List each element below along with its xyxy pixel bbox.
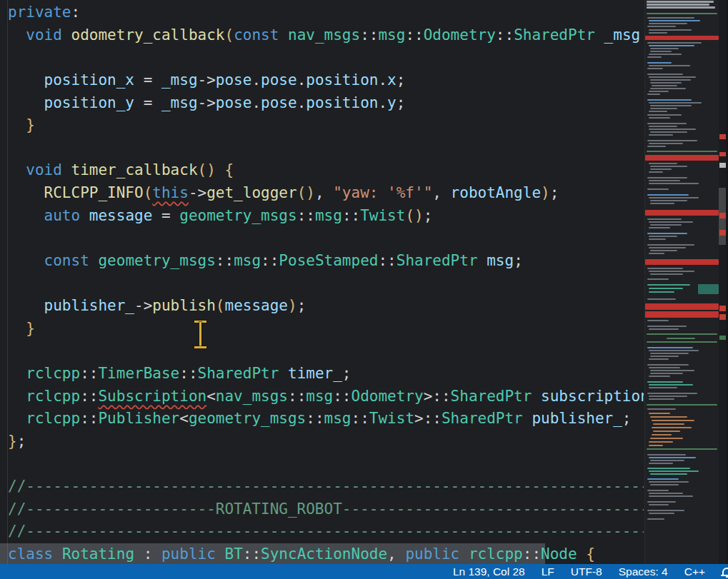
code-token: pose <box>216 71 252 89</box>
code-token: ; <box>342 365 351 382</box>
code-token: :: <box>342 207 360 224</box>
minimap-row <box>647 218 682 220</box>
code-token: _msg <box>161 71 198 89</box>
code-token: nav_msgs <box>216 388 288 405</box>
code-token: ; <box>622 410 632 427</box>
status-item-eol[interactable]: LF <box>542 565 554 578</box>
code-token: RCLCPP_INFO <box>44 184 144 201</box>
code-line[interactable]: auto message = geometry_msgs::msg::Twist… <box>0 205 644 228</box>
code-token: :: <box>360 26 378 44</box>
code-token: = <box>134 71 161 89</box>
minimap-row <box>649 513 674 514</box>
code-line[interactable]: private: <box>0 1 644 24</box>
code-token: :: <box>405 26 423 44</box>
code-line[interactable]: position_x = _msg->pose.pose.position.x; <box>0 69 644 92</box>
notifications-bell-icon[interactable] <box>722 567 728 577</box>
code-line[interactable]: void odometry_callback(const nav_msgs::m… <box>0 24 644 47</box>
minimap-row <box>647 123 687 124</box>
code-token: timer_ <box>288 365 342 382</box>
minimap-row <box>647 298 676 300</box>
code-token <box>8 388 26 405</box>
code-line[interactable]: const geometry_msgs::msg::PoseStamped::S… <box>0 250 644 273</box>
code-line[interactable] <box>0 46 644 69</box>
code-line[interactable]: void timer_callback() { <box>0 159 644 182</box>
minimap-row <box>649 247 686 248</box>
code-line[interactable]: position_y = _msg->pose.pose.position.y; <box>0 92 644 115</box>
code-line[interactable]: rclcpp::Subscription<nav_msgs::msg::Odom… <box>0 386 644 408</box>
code-token: Odometry <box>424 26 496 44</box>
minimap-row <box>649 328 679 330</box>
code-line[interactable]: RCLCPP_INFO(this->get_logger(), "yaw: '%… <box>0 182 644 205</box>
code-line[interactable]: rclcpp::Publisher<geometry_msgs::msg::Tw… <box>0 408 644 431</box>
code-token <box>8 410 26 427</box>
code-token: ( <box>224 26 234 44</box>
status-item-line-col[interactable]: Ln 139, Col 28 <box>453 565 525 578</box>
code-line[interactable] <box>0 137 644 160</box>
code-line[interactable] <box>0 453 644 475</box>
code-token: position_y <box>44 94 134 111</box>
code-token <box>577 545 587 563</box>
code-line[interactable]: } <box>0 114 644 137</box>
code-token: publisher_ <box>532 410 622 427</box>
code-token: , <box>432 184 450 201</box>
code-token <box>8 116 26 134</box>
code-token: SharedPtr <box>514 26 595 44</box>
code-token: Odometry <box>351 388 424 405</box>
code-line[interactable]: //---------------------ROTATING_ROBOT---… <box>0 498 644 521</box>
code-token: void <box>26 161 62 178</box>
minimap-row <box>647 68 663 69</box>
minimap-row <box>650 416 687 418</box>
minimap-row <box>650 370 694 371</box>
code-line[interactable]: //--------------------------------------… <box>0 520 644 543</box>
minimap-row <box>649 358 669 360</box>
code-token: Twist <box>369 410 414 427</box>
code-token: void <box>26 26 62 44</box>
status-item-encoding[interactable]: UTF-8 <box>571 565 602 578</box>
minimap-row <box>650 48 679 49</box>
minimap-row <box>698 284 719 294</box>
minimap-row <box>649 126 677 127</box>
code-token: position <box>306 71 378 89</box>
minimap-row <box>650 373 683 374</box>
code-token <box>8 161 26 178</box>
code-line[interactable]: class Rotating : public BT::SyncActionNo… <box>0 543 644 564</box>
code-editor-area[interactable]: private: void odometry_callback(const na… <box>0 0 644 564</box>
code-token: ; <box>424 207 433 224</box>
code-line[interactable]: } <box>0 318 644 341</box>
code-token: } <box>8 433 17 450</box>
code-line[interactable] <box>0 340 644 363</box>
code-token: publish <box>152 297 216 314</box>
minimap-row <box>647 177 687 178</box>
minimap-row <box>645 311 719 318</box>
code-token: _msg <box>161 94 198 111</box>
code-line[interactable] <box>0 272 644 295</box>
minimap-row <box>649 171 663 173</box>
code-token: //--------------------------------------… <box>8 478 644 495</box>
minimap-row <box>652 85 677 86</box>
code-line[interactable] <box>0 227 644 250</box>
code-token: { <box>586 545 595 563</box>
minimap-row <box>649 197 699 198</box>
minimap-row <box>650 131 687 133</box>
status-item-indentation[interactable]: Spaces: 4 <box>619 565 668 578</box>
minimap-row <box>649 117 670 119</box>
code-line[interactable]: publisher_->publish(message); <box>0 295 644 318</box>
minimap-row <box>647 244 694 246</box>
minimap-row <box>652 420 694 421</box>
status-item-language[interactable]: C++ <box>684 565 705 578</box>
code-token <box>216 161 225 178</box>
code-token <box>8 184 44 201</box>
code-line[interactable]: //--------------------------------------… <box>0 475 644 498</box>
code-token: y <box>387 94 397 111</box>
minimap-row <box>650 203 674 204</box>
minimap-row <box>649 221 693 223</box>
code-token <box>8 26 26 44</box>
minimap-row <box>650 88 686 89</box>
minimap-row <box>647 510 684 511</box>
code-line[interactable]: rclcpp::TimerBase::SharedPtr timer_; <box>0 363 644 386</box>
code-token: :: <box>297 207 315 224</box>
minimap[interactable] <box>644 0 719 564</box>
code-token: ; <box>297 297 306 314</box>
code-line[interactable]: }; <box>0 431 644 453</box>
code-token: timer_callback <box>71 161 198 178</box>
